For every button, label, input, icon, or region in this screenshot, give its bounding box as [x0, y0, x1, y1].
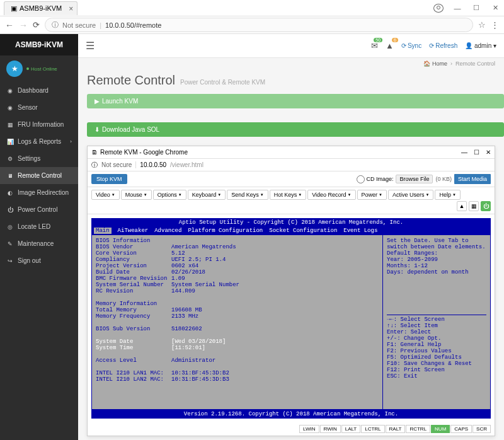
- power-icon-button[interactable]: ⏻: [481, 201, 491, 211]
- notification-alert-icon[interactable]: ▲6: [386, 41, 394, 50]
- breadcrumb-home[interactable]: 🏠 Home: [423, 61, 447, 67]
- kvm-maximize-icon[interactable]: ☐: [474, 149, 479, 156]
- host-status-label: Host Online: [31, 66, 57, 72]
- star-icon: ★: [6, 61, 23, 77]
- sidebar-item-fru-information[interactable]: ▦FRU Information: [0, 116, 78, 133]
- bios-help-pane: Set the Date. Use Tab toswitch between D…: [383, 235, 490, 409]
- kvm-window-title: Remote KVM - Google Chrome: [100, 149, 188, 156]
- user-menu[interactable]: 👤 admin ▾: [465, 42, 496, 49]
- bookmark-icon[interactable]: ☆: [478, 20, 486, 30]
- chevron-down-icon: ▼: [144, 193, 147, 197]
- url-text: 10.0.0.50/#remote: [105, 21, 161, 29]
- key-indicator-lctrl[interactable]: LCTRL: [361, 425, 384, 433]
- chevron-right-icon: ›: [70, 139, 72, 144]
- start-media-button[interactable]: Start Media: [454, 174, 491, 184]
- chevron-down-icon: ▼: [452, 193, 456, 197]
- download-java-sol-button[interactable]: ⬇ Download Java SOL: [87, 122, 504, 137]
- key-indicator-num[interactable]: NUM: [431, 425, 450, 433]
- kvm-close-icon[interactable]: ✕: [486, 149, 491, 156]
- stop-kvm-button[interactable]: Stop KVM: [91, 174, 127, 184]
- nav-label: Sensor: [18, 104, 38, 111]
- bios-tab-platform-configuration[interactable]: Platform Configuration: [188, 228, 263, 234]
- key-indicator-ralt[interactable]: RALT: [386, 425, 406, 433]
- chevron-down-icon: ▼: [260, 193, 264, 197]
- menu-send-keys[interactable]: Send Keys ▼: [227, 190, 268, 200]
- sidebar-item-locate-led[interactable]: ◎Locate LED: [0, 218, 78, 235]
- menu-power[interactable]: Power ▼: [357, 190, 387, 200]
- sidebar-item-power-control[interactable]: ⏻Power Control: [0, 201, 78, 218]
- launch-kvm-button[interactable]: ▶ Launch KVM: [87, 94, 504, 108]
- menu-options[interactable]: Options ▼: [153, 190, 186, 200]
- kvm-menubar: Video ▼Mouse ▼Options ▼Keyboard ▼Send Ke…: [88, 187, 495, 214]
- nav-icon: ✎: [6, 241, 14, 247]
- refresh-link[interactable]: ⟳ Refresh: [429, 42, 457, 49]
- browser-tab[interactable]: ▣ ASMB9-iKVM ×: [4, 1, 77, 15]
- screenshot-icon-button[interactable]: ▦: [469, 201, 479, 211]
- sync-link[interactable]: ⟳ Sync: [401, 42, 421, 49]
- kvm-toolbar: Stop KVM CD Image: Browse File (0 KB) St…: [88, 171, 495, 187]
- bios-tab-main[interactable]: Main: [94, 228, 112, 234]
- reload-icon[interactable]: ⟳: [33, 20, 40, 30]
- close-icon[interactable]: ×: [69, 4, 73, 13]
- cd-image-radio[interactable]: CD Image:: [357, 175, 393, 183]
- info-icon[interactable]: ⓘ: [91, 161, 98, 170]
- nav-label: FRU Information: [18, 121, 64, 128]
- page-icon: 🗎: [91, 149, 98, 156]
- minimize-icon[interactable]: —: [452, 4, 462, 12]
- alert-icon-button[interactable]: ▲: [457, 201, 467, 211]
- window-controls: — ☐ ✕: [433, 4, 500, 13]
- notification-mail-icon[interactable]: ✉50: [371, 41, 378, 50]
- sidebar-item-image-redirection[interactable]: ◐Image Redirection: [0, 184, 78, 201]
- nav-label: Image Redirection: [18, 189, 69, 196]
- key-indicator-lalt[interactable]: LALT: [341, 425, 361, 433]
- sidebar-item-logs-&-reports[interactable]: 📊Logs & Reports›: [0, 133, 78, 150]
- key-indicator-caps[interactable]: CAPS: [450, 425, 472, 433]
- sidebar-item-dashboard[interactable]: ◉Dashboard: [0, 82, 78, 99]
- kvm-minimize-icon[interactable]: —: [461, 149, 467, 156]
- bios-tab-socket-configuration[interactable]: Socket Configuration: [269, 228, 337, 234]
- file-size-label: (0 KB): [435, 176, 452, 182]
- address-bar[interactable]: ⓘ Not secure | 10.0.0.50/#remote: [45, 18, 473, 32]
- sidebar-item-settings[interactable]: ⚙Settings: [0, 150, 78, 167]
- browse-file-button[interactable]: Browse File: [396, 175, 433, 183]
- close-window-icon[interactable]: ✕: [490, 4, 500, 12]
- menu-video-record[interactable]: Video Record ▼: [307, 190, 355, 200]
- bios-tab-event-logs[interactable]: Event Logs: [343, 228, 377, 234]
- tab-title: ASMB9-iKVM: [20, 4, 62, 12]
- bios-tab-advanced[interactable]: Advanced: [154, 228, 181, 234]
- chevron-down-icon: ▼: [298, 193, 302, 197]
- nav-icon: 🖥: [6, 173, 14, 179]
- bios-tab-aitweaker[interactable]: AiTweaker: [118, 228, 149, 234]
- menu-keyboard[interactable]: Keyboard ▼: [188, 190, 226, 200]
- key-indicator-rctrl[interactable]: RCTRL: [406, 425, 430, 433]
- menu-active-users[interactable]: Active Users ▼: [388, 190, 433, 200]
- nav-label: Logs & Reports: [18, 138, 61, 145]
- user-avatar-icon[interactable]: [433, 4, 444, 13]
- bios-screen: Aptio Setup Utility - Copyright (C) 2018…: [91, 218, 491, 419]
- menu-video[interactable]: Video ▼: [91, 190, 120, 200]
- chrome-menu-icon[interactable]: ⋮: [491, 20, 499, 30]
- key-indicator-lwin[interactable]: LWIN: [299, 425, 319, 433]
- info-icon[interactable]: ⓘ: [52, 20, 59, 30]
- kvm-url-host: 10.0.0.50: [140, 161, 166, 168]
- not-secure-label: Not secure: [62, 21, 96, 29]
- chevron-down-icon: ▼: [426, 193, 430, 197]
- hamburger-icon[interactable]: ☰: [86, 40, 94, 52]
- chevron-down-icon: ▼: [348, 193, 352, 197]
- menu-help[interactable]: Help ▼: [435, 190, 460, 200]
- menu-hot-keys[interactable]: Hot Keys ▼: [270, 190, 306, 200]
- menu-mouse[interactable]: Mouse ▼: [121, 190, 152, 200]
- key-indicator-scr[interactable]: SCR: [472, 425, 491, 433]
- back-icon[interactable]: ←: [5, 20, 14, 30]
- bios-header: Aptio Setup Utility - Copyright (C) 2018…: [91, 218, 491, 227]
- sidebar-item-sensor[interactable]: ◉Sensor: [0, 99, 78, 116]
- key-indicator-rwin[interactable]: RWIN: [320, 425, 341, 433]
- nav-icon: ◉: [6, 105, 14, 111]
- sidebar-item-remote-control[interactable]: 🖥Remote Control: [0, 167, 78, 184]
- browser-titlebar: ▣ ASMB9-iKVM × — ☐ ✕: [0, 0, 504, 16]
- sidebar-item-maintenance[interactable]: ✎Maintenance: [0, 235, 78, 252]
- sidebar-item-sign-out[interactable]: ↪Sign out: [0, 252, 78, 269]
- nav-icon: ↪: [6, 258, 14, 264]
- maximize-icon[interactable]: ☐: [471, 4, 481, 12]
- forward-icon[interactable]: →: [19, 20, 28, 30]
